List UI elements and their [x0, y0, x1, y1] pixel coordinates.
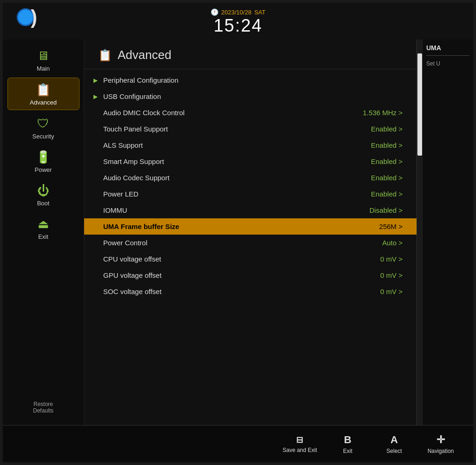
right-panel-divider [426, 55, 469, 56]
date-row: 🕐 2023/10/28 SAT [211, 8, 265, 16]
content-area: 🖥 Main 📋 Advanced 🛡 Security 🔋 Power ⏻ B… [3, 39, 473, 425]
save-exit-label: Save and Exit [283, 447, 317, 453]
power-icon: 🔋 [36, 150, 51, 164]
advanced-icon: 📋 [36, 83, 51, 97]
clock-icon: 🕐 [211, 8, 218, 16]
item-label-usb-config: USB Configuration [103, 92, 356, 100]
scrollbar-thumb[interactable] [417, 53, 422, 156]
item-value-uma-frame-buffer: 256M > [356, 223, 403, 230]
item-value-cpu-voltage: 0 mV > [356, 255, 403, 263]
item-label-cpu-voltage: CPU voltage offset [103, 255, 356, 263]
navigation-label: Navigation [428, 448, 454, 454]
footer: ⊟ Save and Exit B Exit A Select ✛ Naviga… [3, 425, 473, 462]
settings-item-soc-voltage[interactable]: ▶SOC voltage offset0 mV > [84, 283, 416, 300]
settings-item-peripheral-config[interactable]: ▶Peripheral Configuration [84, 72, 416, 88]
item-value-als-support: Enabled > [356, 141, 403, 149]
time-display: 15:24 [213, 16, 262, 36]
settings-item-power-control[interactable]: ▶Power ControlAuto > [84, 235, 416, 251]
item-arrow-usb-config: ▶ [93, 93, 98, 100]
settings-item-power-led[interactable]: ▶Power LEDEnabled > [84, 186, 416, 202]
sidebar-label-boot: Boot [37, 200, 50, 207]
item-value-soc-voltage: 0 mV > [356, 288, 403, 295]
sidebar-item-security[interactable]: 🛡 Security [7, 112, 79, 144]
item-label-soc-voltage: SOC voltage offset [103, 288, 356, 295]
item-value-power-led: Enabled > [356, 190, 403, 198]
sidebar-item-power[interactable]: 🔋 Power [7, 145, 79, 177]
item-arrow-peripheral-config: ▶ [93, 77, 98, 84]
scrollbar-track[interactable] [416, 39, 422, 425]
settings-item-cpu-voltage[interactable]: ▶CPU voltage offset0 mV > [84, 251, 416, 267]
item-label-als-support: ALS Support [103, 141, 356, 149]
right-panel-title: UMA [426, 44, 469, 52]
item-value-touch-panel: Enabled > [356, 125, 403, 133]
item-value-audio-codec: Enabled > [356, 174, 403, 182]
date-display: 2023/10/28 [221, 9, 251, 16]
restore-defaults-button[interactable]: RestoreDefaults [7, 394, 79, 420]
select-label: Select [386, 448, 402, 454]
right-info-panel: UMA Set U [422, 39, 473, 425]
sidebar-label-main: Main [37, 65, 50, 72]
header: ) 🕐 2023/10/28 SAT 15:24 [3, 3, 473, 39]
navigation-button[interactable]: ✛ Navigation [417, 434, 464, 454]
item-value-iommu: Disabled > [356, 206, 403, 214]
sidebar-label-security: Security [33, 133, 54, 140]
save-exit-icon: ⊟ [296, 435, 303, 445]
sidebar-label-advanced: Advanced [30, 99, 57, 106]
settings-item-uma-frame-buffer[interactable]: ▶UMA Frame buffer Size256M > [84, 218, 416, 235]
item-label-power-led: Power LED [103, 190, 356, 198]
settings-item-smart-amp[interactable]: ▶Smart Amp SupportEnabled > [84, 153, 416, 170]
item-label-peripheral-config: Peripheral Configuration [103, 76, 356, 84]
settings-item-gpu-voltage[interactable]: ▶GPU voltage offset0 mV > [84, 267, 416, 283]
sidebar-item-main[interactable]: 🖥 Main [7, 44, 79, 76]
item-label-audio-codec: Audio Codec Support [103, 174, 356, 182]
logo-d: ) [31, 7, 37, 27]
boot-icon: ⏻ [37, 183, 49, 198]
sidebar-item-advanced[interactable]: 📋 Advanced [7, 78, 79, 110]
logo: ) [17, 7, 37, 27]
item-label-uma-frame-buffer: UMA Frame buffer Size [103, 223, 356, 230]
item-label-audio-dmic: Audio DMIC Clock Control [103, 109, 356, 117]
right-panel-info: Set U [426, 59, 469, 68]
exit-label: Exit [343, 448, 352, 454]
settings-item-iommu[interactable]: ▶IOMMUDisabled > [84, 202, 416, 218]
main-panel: 📋 Advanced ▶Peripheral Configuration▶USB… [84, 39, 416, 425]
page-title: Advanced [118, 48, 172, 62]
item-label-smart-amp: Smart Amp Support [103, 157, 356, 165]
sidebar-label-power: Power [35, 166, 52, 173]
item-label-gpu-voltage: GPU voltage offset [103, 271, 356, 279]
settings-item-audio-dmic[interactable]: ▶Audio DMIC Clock Control1.536 MHz > [84, 105, 416, 121]
item-value-power-control: Auto > [356, 239, 403, 247]
settings-item-touch-panel[interactable]: ▶Touch Panel SupportEnabled > [84, 121, 416, 137]
settings-item-als-support[interactable]: ▶ALS SupportEnabled > [84, 137, 416, 153]
item-value-smart-amp: Enabled > [356, 157, 403, 165]
main-icon: 🖥 [37, 49, 49, 63]
settings-item-usb-config[interactable]: ▶USB Configuration [84, 88, 416, 105]
item-label-iommu: IOMMU [103, 206, 356, 214]
sidebar: 🖥 Main 📋 Advanced 🛡 Security 🔋 Power ⏻ B… [3, 39, 84, 425]
restore-defaults-label: RestoreDefaults [33, 401, 53, 414]
select-icon: A [390, 434, 398, 446]
sidebar-label-exit: Exit [38, 233, 48, 240]
bios-screen: ) 🕐 2023/10/28 SAT 15:24 🖥 Main 📋 Advanc… [0, 0, 476, 465]
day-display: SAT [254, 9, 265, 16]
item-label-power-control: Power Control [103, 239, 356, 247]
page-title-icon: 📋 [98, 49, 112, 62]
header-time: 🕐 2023/10/28 SAT 15:24 [211, 8, 265, 36]
sidebar-item-boot[interactable]: ⏻ Boot [7, 179, 79, 210]
settings-item-audio-codec[interactable]: ▶Audio Codec SupportEnabled > [84, 170, 416, 186]
item-value-audio-dmic: 1.536 MHz > [356, 109, 403, 117]
exit-icon: B [344, 434, 351, 446]
navigation-icon: ✛ [436, 434, 445, 446]
save-exit-button[interactable]: ⊟ Save and Exit [275, 435, 324, 453]
page-title-row: 📋 Advanced [84, 39, 416, 69]
item-value-gpu-voltage: 0 mV > [356, 271, 403, 279]
exit-sidebar-icon: ⏏ [38, 217, 49, 231]
item-label-touch-panel: Touch Panel Support [103, 125, 356, 133]
settings-list: ▶Peripheral Configuration▶USB Configurat… [84, 69, 416, 425]
security-icon: 🛡 [37, 117, 49, 131]
exit-button[interactable]: B Exit [324, 434, 371, 454]
select-button[interactable]: A Select [371, 434, 417, 454]
sidebar-item-exit[interactable]: ⏏ Exit [7, 212, 79, 244]
